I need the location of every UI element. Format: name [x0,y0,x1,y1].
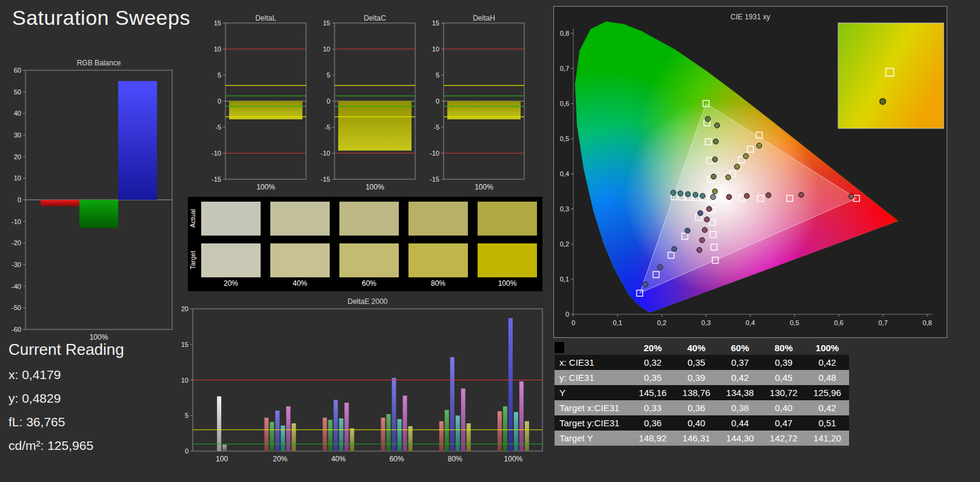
table-cell: 0,39 [762,355,805,370]
y-tick-label: 15 [214,19,221,27]
table-cell: 0,36 [675,400,718,415]
y-tick-label: 10 [432,45,439,53]
deltaC-bar [338,101,412,151]
y-tick-label: 0 [185,447,188,455]
cie-measured-red [848,194,854,199]
cie-measured-white [710,194,716,200]
y-tick-label: 30 [14,131,21,139]
y-tick-label: 0 [327,97,330,105]
table-cell: 0,32 [631,355,675,370]
x-tick-label: 100 [216,455,228,463]
y-tick-label: 50 [14,88,21,96]
cie-x-tick-label: 0,2 [657,319,666,326]
table-cell: 130,72 [762,385,805,400]
table-row: x: CIE310,320,350,370,390,42 [555,355,849,370]
y-tick-label: 10 [14,174,21,182]
table-cell: 146,31 [675,431,718,446]
y-tick-label: 0 [436,97,439,105]
table-row-label: y: CIE31 [555,370,631,385]
table-col-header: 20% [631,340,675,355]
swatch-column-label: 60% [339,279,399,288]
blue-bar [333,400,338,451]
y-tick-label: 10 [323,45,330,53]
green-bar [79,200,118,228]
table-row: Target Y148,92146,31144,30142,72141,20 [555,431,849,446]
y-tick-label: 10 [214,45,221,53]
table-row-label: Target y:CIE31 [555,415,631,431]
cie-x-tick-label: 0,4 [745,319,755,326]
magenta-bar [286,406,290,451]
current-reading: Current Reading x: 0,4179y: 0,4829fL: 36… [8,340,124,457]
swatch-column-label: 80% [408,279,468,288]
table-row-label: x: CIE31 [555,355,631,370]
y-tick-label: 0 [218,97,221,105]
table-cell: 0,37 [718,355,762,370]
delta_c-title: DeltaC [364,15,386,22]
y-tick-label: -15 [430,176,439,183]
table-cell: 0,47 [762,415,805,431]
y-tick-label: 60 [14,67,21,74]
cie-measured-blue [643,282,648,287]
cie-x-tick-label: 0,1 [613,319,622,326]
cie-y-tick-label: 0,3 [560,205,569,213]
x-tick-label: 60% [390,455,404,463]
table-cell: 125,96 [805,385,849,400]
red-bar [498,411,502,451]
current-reading-heading: Current Reading [8,340,124,359]
y-tick-label: 40 [14,110,21,117]
y-tick-label: -10 [430,150,439,157]
cie-1931-panel: CIE 1931 xy000,10,10,20,20,30,30,40,40,5… [553,6,947,340]
app-window: Saturation Sweeps RGB Balance-60-50-40-3… [0,0,980,482]
swatch-column-label: 20% [201,279,261,288]
cie-measured-red [766,193,772,198]
cie-x-tick-label: 0 [572,319,575,326]
delta-e-2000-chart: DeltaE 20000510152010020%40%60%80%100% [179,297,545,478]
magenta-bar [519,381,524,451]
y-tick-label: -5 [324,124,330,131]
y-tick-label: -5 [433,124,439,131]
cie-measured-cyan [693,193,698,198]
swatch-column-label: 40% [270,279,330,288]
swatch-comparison-panel: 20%40%60%80%100%ActualTarget [188,197,542,291]
table-row: Y145,16138,76134,38130,72125,96 [555,385,849,400]
table-corner-box [555,342,564,353]
y-tick-label: -60 [12,326,21,333]
table-row-label: Target x:CIE31 [555,400,631,415]
y-tick-label: -15 [212,176,221,183]
blue-bar [508,318,513,451]
cie-y-tick-label: 0,5 [560,135,569,142]
yellow-bar [525,421,529,451]
swatch-target-40% [270,243,330,277]
x-tick-label: 80% [448,455,462,463]
table-cell: 0,45 [762,370,805,385]
magenta-bar [403,395,407,451]
delta_l-svg: DeltaL-15-10-5051015100% [207,15,309,193]
cie-title: CIE 1931 xy [730,13,770,21]
reading-line-2: fL: 36,765 [8,410,124,434]
table-cell: 0,42 [718,370,762,385]
table-cell: 134,38 [718,385,762,400]
cie-measured-red [744,193,750,199]
current-reading-values: x: 0,4179y: 0,4829fL: 36,765cd/m²: 125,9… [8,363,124,457]
y-tick-label: 15 [323,19,330,27]
measurement-table: 20%40%60%80%100%x: CIE310,320,350,370,39… [555,340,849,446]
cie-measured-yellow [735,164,740,170]
cie-measured-cyan [700,193,705,199]
table-cell: 0,35 [631,370,675,385]
cie-x-tick-label: 0,7 [878,319,887,326]
blue-bar [275,411,279,451]
yellow-bar [292,423,296,451]
cie-chart-svg: CIE 1931 xy000,10,10,20,20,30,30,40,40,5… [553,6,947,338]
table-cell: 0,44 [718,415,762,431]
yellow-bar [467,423,471,451]
y-tick-label: 5 [436,71,439,79]
swatch-row-label-actual: Actual [189,200,197,237]
delta_c-svg: DeltaC-15-10-5051015100% [316,15,418,193]
green-bar [503,406,507,451]
delta-c-chart: DeltaC-15-10-5051015100% [316,15,418,195]
y-tick-label: 15 [181,341,188,348]
cie-measured-green [705,116,711,122]
white-bar [217,397,221,451]
swatch-column-label: 100% [478,279,537,288]
table-row-label: Target Y [555,431,631,446]
